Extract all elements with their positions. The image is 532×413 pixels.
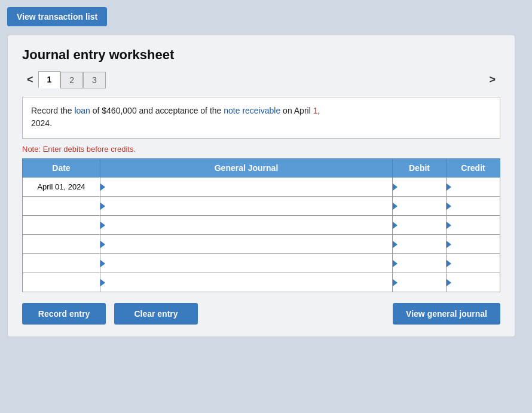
- table-row: [23, 216, 500, 235]
- credit-input-4[interactable]: [447, 235, 500, 253]
- tab-1-button[interactable]: 1: [38, 71, 61, 88]
- tab-next-button[interactable]: >: [484, 71, 500, 88]
- triangle-icon-c2: [447, 203, 451, 210]
- buttons-row: Record entry Clear entry View general jo…: [22, 303, 500, 325]
- table-row: April 01, 2024: [23, 178, 500, 197]
- triangle-icon-d3: [393, 222, 398, 229]
- top-bar: View transaction list: [7, 7, 525, 26]
- triangle-icon-5: [100, 260, 105, 267]
- instruction-date-num: 1: [313, 106, 318, 115]
- triangle-icon-c4: [447, 241, 451, 248]
- tab-3-button[interactable]: 3: [83, 72, 106, 88]
- journal-cell-4[interactable]: [100, 235, 393, 254]
- triangle-icon-c6: [447, 279, 451, 286]
- triangle-icon-d2: [393, 203, 398, 210]
- table-row: [23, 235, 500, 254]
- col-header-journal: General Journal: [100, 159, 393, 178]
- journal-cell-6[interactable]: [100, 273, 393, 292]
- debit-input-6[interactable]: [393, 273, 446, 292]
- triangle-icon-6: [100, 279, 105, 286]
- journal-input-2[interactable]: [100, 197, 392, 215]
- record-entry-button[interactable]: Record entry: [22, 303, 106, 325]
- journal-table: Date General Journal Debit Credit April …: [22, 158, 500, 292]
- col-header-date: Date: [23, 159, 100, 178]
- tab-2-button[interactable]: 2: [60, 72, 83, 88]
- triangle-icon-4: [100, 241, 105, 248]
- tab-prev-button[interactable]: <: [22, 71, 38, 88]
- journal-cell-3[interactable]: [100, 216, 393, 235]
- triangle-icon-d1: [393, 183, 398, 191]
- credit-input-3[interactable]: [447, 216, 500, 234]
- worksheet-title: Journal entry worksheet: [22, 47, 500, 63]
- triangle-icon-1: [100, 183, 105, 191]
- credit-cell-5[interactable]: [447, 254, 500, 273]
- instruction-loan: loan: [74, 106, 90, 115]
- debit-cell-2[interactable]: [393, 197, 447, 216]
- instruction-text: Record the loan of $460,000 and acceptan…: [31, 106, 320, 128]
- triangle-icon-d6: [393, 279, 398, 286]
- journal-input-6[interactable]: [100, 273, 392, 292]
- credit-cell-3[interactable]: [447, 216, 500, 235]
- triangle-icon-2: [100, 203, 105, 210]
- instruction-box: Record the loan of $460,000 and acceptan…: [22, 97, 500, 139]
- triangle-icon-3: [100, 222, 105, 229]
- credit-input-2[interactable]: [447, 197, 500, 215]
- clear-entry-button[interactable]: Clear entry: [114, 303, 198, 325]
- instruction-note: note receivable: [224, 106, 280, 115]
- tabs-row: < 1 2 3 >: [22, 71, 500, 88]
- date-cell-5: [23, 254, 100, 273]
- credit-input-1[interactable]: [447, 178, 500, 196]
- debit-input-4[interactable]: [393, 235, 446, 253]
- debit-input-5[interactable]: [393, 254, 446, 273]
- journal-cell-5[interactable]: [100, 254, 393, 273]
- debit-input-1[interactable]: [393, 178, 446, 196]
- table-row: [23, 273, 500, 292]
- triangle-icon-d4: [393, 241, 398, 248]
- note-text: Note: Enter debits before credits.: [22, 145, 500, 154]
- date-cell-1: April 01, 2024: [23, 178, 100, 197]
- debit-input-2[interactable]: [393, 197, 446, 215]
- col-header-debit: Debit: [393, 159, 447, 178]
- view-general-journal-button[interactable]: View general journal: [393, 303, 500, 325]
- worksheet-container: Journal entry worksheet < 1 2 3 > Record…: [7, 35, 515, 337]
- debit-cell-3[interactable]: [393, 216, 447, 235]
- journal-cell-1[interactable]: [100, 178, 393, 197]
- table-row: [23, 254, 500, 273]
- journal-cell-2[interactable]: [100, 197, 393, 216]
- credit-cell-2[interactable]: [447, 197, 500, 216]
- date-cell-2: [23, 197, 100, 216]
- credit-input-6[interactable]: [447, 273, 500, 292]
- triangle-icon-c5: [447, 260, 451, 267]
- credit-cell-1[interactable]: [447, 178, 500, 197]
- date-cell-3: [23, 216, 100, 235]
- credit-cell-6[interactable]: [447, 273, 500, 292]
- journal-input-1[interactable]: [100, 178, 392, 196]
- credit-cell-4[interactable]: [447, 235, 500, 254]
- debit-cell-6[interactable]: [393, 273, 447, 292]
- table-row: [23, 197, 500, 216]
- date-cell-6: [23, 273, 100, 292]
- col-header-credit: Credit: [447, 159, 500, 178]
- triangle-icon-d5: [393, 260, 398, 267]
- debit-input-3[interactable]: [393, 216, 446, 234]
- debit-cell-5[interactable]: [393, 254, 447, 273]
- journal-input-4[interactable]: [100, 235, 392, 253]
- journal-input-3[interactable]: [100, 216, 392, 234]
- debit-cell-1[interactable]: [393, 178, 447, 197]
- triangle-icon-c3: [447, 222, 451, 229]
- view-transactions-button[interactable]: View transaction list: [7, 7, 107, 26]
- triangle-icon-c1: [447, 183, 451, 191]
- journal-input-5[interactable]: [100, 254, 392, 273]
- debit-cell-4[interactable]: [393, 235, 447, 254]
- credit-input-5[interactable]: [447, 254, 500, 273]
- date-cell-4: [23, 235, 100, 254]
